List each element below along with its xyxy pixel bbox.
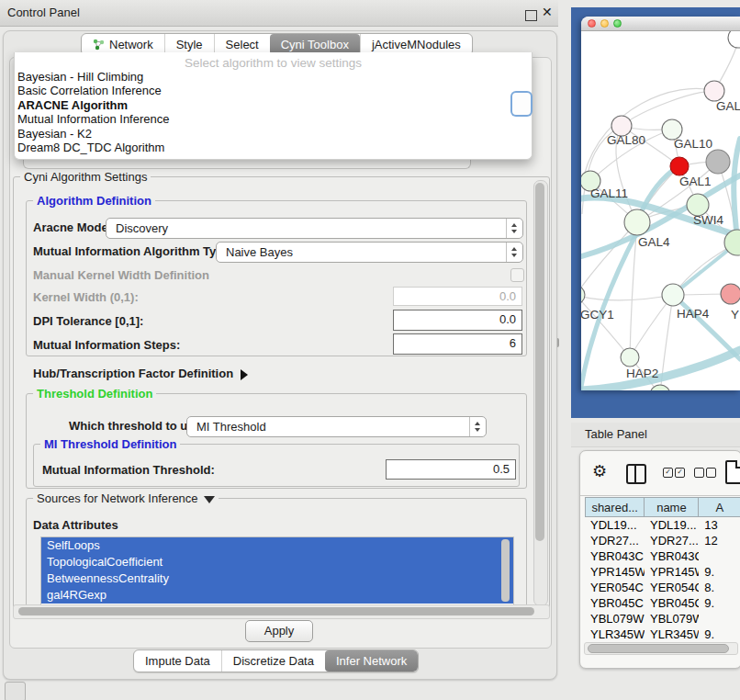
document-icon[interactable] (725, 460, 740, 484)
table-cell (699, 611, 740, 627)
table-row[interactable]: YDR27...YDR27...12 (585, 533, 740, 548)
manual-kernel-checkbox[interactable] (510, 268, 524, 282)
table-row[interactable]: YBR043CYBR043C (585, 548, 740, 564)
checked-boxes-icon[interactable]: ✓ (663, 468, 673, 478)
column-header[interactable]: name (645, 497, 699, 517)
aracne-mode-select[interactable]: Discovery (106, 218, 523, 239)
algorithm-option[interactable]: Bayesian - Hill Climbing (15, 70, 532, 84)
network-node-gcy1[interactable] (581, 286, 585, 304)
stepper-icon[interactable] (506, 243, 522, 262)
algorithm-option[interactable]: Mutual Information Inference (15, 112, 532, 126)
screen: Control Panel ✕ NetworkStyleSelectCyni T… (0, 0, 740, 700)
tab-discretize-data[interactable]: Discretize Data (221, 650, 325, 672)
data-attributes-label: Data Attributes (33, 518, 118, 532)
kernel-width-field[interactable]: 0.0 (393, 287, 522, 306)
network-canvas[interactable]: GALGAL80GAL10GAL1GAL11SWI4GAL4GCY1HAP4YH… (581, 31, 740, 390)
algorithm-definition-title: Algorithm Definition (33, 194, 155, 208)
close-icon[interactable]: ✕ (542, 5, 553, 19)
table-panel-title: Table Panel (585, 427, 647, 441)
network-node-y[interactable] (721, 284, 740, 304)
table-cell: YBR043C (645, 548, 699, 564)
attributes-scrollbar-thumb[interactable] (501, 539, 510, 602)
mi-steps-field[interactable]: 6 (393, 333, 522, 355)
mi-type-select[interactable]: Naive Bayes (216, 242, 523, 263)
network-window-titlebar[interactable] (581, 17, 740, 31)
column-header[interactable]: A (699, 497, 740, 517)
float-window-icon[interactable] (525, 10, 537, 21)
network-view-panel: GALGAL80GAL10GAL1GAL11SWI4GAL4GCY1HAP4YH… (571, 7, 740, 418)
apply-button[interactable]: Apply (245, 620, 313, 642)
algorithm-option[interactable]: Bayesian - K2 (15, 127, 532, 141)
table-row[interactable]: YBR045CYBR045C9. (585, 595, 740, 611)
mi-type-label: Mutual Information Algorithm Type: (33, 244, 234, 258)
expander-right-icon[interactable] (241, 369, 248, 380)
algorithm-option[interactable]: ARACNE Algorithm (15, 98, 532, 112)
network-highlight-edge[interactable] (581, 350, 740, 390)
bottom-left-mini-button[interactable] (5, 682, 26, 700)
checked-boxes-icon[interactable]: ✓ (675, 468, 685, 478)
stepper-icon[interactable] (506, 219, 522, 238)
settings-scrollbar-thumb[interactable] (535, 183, 544, 541)
table-toolbar: ⚙ ✓ ✓ (580, 451, 740, 496)
hub-definition-expander[interactable]: Hub/Transcription Factor Definition (33, 367, 248, 380)
network-node-gal1[interactable] (670, 157, 689, 175)
table-row[interactable]: YLR345WYLR345W9. (585, 627, 740, 642)
sources-title-label: Sources for Network Inference (37, 491, 198, 505)
attribute-list-item[interactable]: gal4RGexp (41, 587, 513, 604)
manual-kernel-label: Manual Kernel Width Definition (33, 268, 209, 282)
table-cell: YDL19... (585, 517, 645, 533)
dpi-tolerance-field[interactable]: 0.0 (393, 310, 522, 331)
network-node-label: GAL10 (674, 137, 712, 151)
network-node-gal[interactable] (704, 81, 724, 101)
cyni-settings-title: Cyni Algorithm Settings (20, 170, 151, 184)
table-row[interactable]: YDL19...YDL19...13 (585, 517, 740, 533)
algorithm-option[interactable]: Basic Correlation Inference (15, 84, 532, 97)
network-node-gal4[interactable] (624, 209, 650, 235)
column-header[interactable]: shared... (585, 497, 645, 517)
table-row[interactable]: YBL079WYBL079W (585, 611, 740, 627)
which-threshold-select[interactable]: MI Threshold (186, 416, 487, 437)
network-highlight-edge[interactable] (734, 139, 740, 241)
network-window[interactable]: GALGAL80GAL10GAL1GAL11SWI4GAL4GCY1HAP4YH… (581, 17, 740, 390)
attribute-list-item[interactable]: BetweennessCentrality (41, 570, 513, 587)
attribute-list-item[interactable]: SelfLoops (41, 537, 513, 554)
unchecked-boxes-icon[interactable] (694, 468, 704, 478)
network-edge[interactable] (584, 88, 714, 175)
network-edge[interactable] (581, 222, 637, 295)
attribute-list-item[interactable]: TopologicalCoefficient (41, 554, 513, 570)
table-cell (699, 548, 740, 564)
algorithm-option[interactable]: Dream8 DC_TDC Algorithm (15, 141, 532, 154)
mi-threshold-field[interactable]: 0.5 (386, 459, 516, 480)
mi-threshold-label: Mutual Information Threshold: (42, 463, 215, 477)
gear-icon[interactable]: ⚙ (592, 461, 607, 481)
split-columns-icon[interactable] (626, 464, 646, 484)
table-hscrollbar-thumb[interactable] (588, 644, 729, 653)
table-panel-titlebar: Table Panel (571, 423, 740, 447)
network-node-hap2[interactable] (621, 348, 639, 367)
network-edge[interactable] (581, 295, 673, 300)
table-cell: YBR043C (585, 548, 645, 564)
expander-down-icon[interactable] (204, 496, 215, 503)
algorithm-dropdown-popup: Select algorithm to view settings Bayesi… (14, 52, 533, 160)
network-node[interactable] (706, 150, 730, 174)
table-row[interactable]: YER054CYER054C8. (585, 580, 740, 595)
zoom-traffic-light-icon[interactable] (613, 19, 622, 28)
minimize-traffic-light-icon[interactable] (600, 19, 609, 28)
close-traffic-light-icon[interactable] (588, 19, 596, 28)
table-cell: 9. (699, 595, 740, 611)
panel-divider-grip[interactable] (554, 338, 559, 347)
stepper-icon[interactable] (469, 417, 486, 436)
unchecked-boxes-icon[interactable] (706, 468, 716, 478)
network-node-label: Y (731, 308, 739, 322)
network-node-hap4[interactable] (662, 284, 684, 306)
hub-definition-label: Hub/Transcription Factor Definition (33, 367, 233, 380)
tab-impute-data[interactable]: Impute Data (134, 650, 221, 672)
settings-hscrollbar-thumb[interactable] (18, 607, 534, 615)
network-node-label: GCY1 (581, 308, 614, 322)
network-node[interactable] (728, 31, 740, 48)
tab-infer-network[interactable]: Infer Network (325, 650, 418, 672)
dpi-tolerance-label: DPI Tolerance [0,1]: (33, 314, 143, 328)
table-row[interactable]: YPR145WYPR145W9. (585, 564, 740, 580)
sources-title[interactable]: Sources for Network Inference (33, 491, 219, 505)
network-node-label: SWI4 (693, 213, 723, 227)
